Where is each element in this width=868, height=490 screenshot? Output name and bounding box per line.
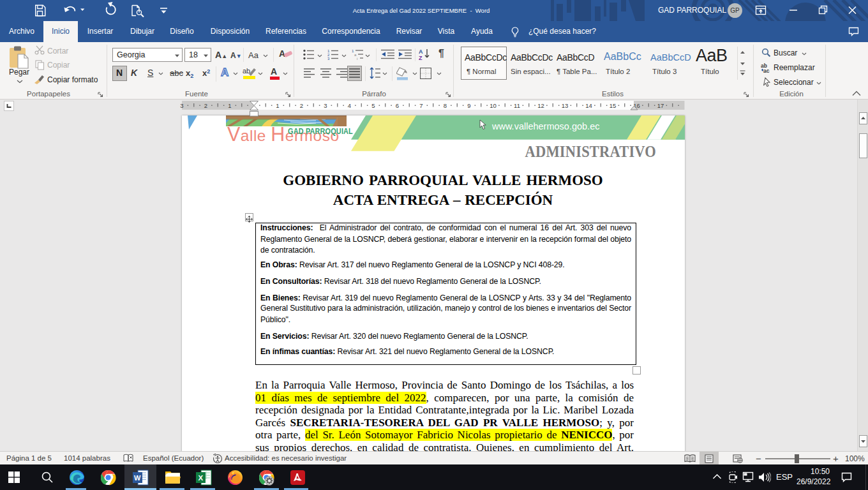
svg-text:1: 1 [276,101,279,108]
svg-text:17: 17 [657,101,664,108]
svg-text:A: A [419,48,423,55]
svg-text:ac: ac [763,68,770,73]
svg-text:9: 9 [467,101,470,108]
svg-text:12: 12 [537,101,544,108]
svg-text:10: 10 [490,101,497,108]
svg-text:X: X [198,474,203,482]
svg-text:Z: Z [419,55,423,61]
svg-text:3: 3 [327,57,330,60]
svg-text:11: 11 [514,101,520,108]
svg-text:W: W [134,474,141,482]
svg-text:3: 3 [180,101,183,108]
svg-text:2: 2 [204,101,207,108]
svg-text:1: 1 [228,101,231,108]
svg-text:14: 14 [585,101,592,108]
svg-text:5: 5 [371,101,375,108]
svg-text:i: i [357,57,357,60]
svg-text:6: 6 [396,101,399,108]
svg-text:8: 8 [444,101,447,108]
svg-text:4: 4 [348,101,351,108]
svg-text:13: 13 [562,101,569,108]
svg-text:15: 15 [610,101,617,108]
svg-text:2: 2 [300,101,303,108]
svg-text:7: 7 [419,101,423,108]
svg-text:3: 3 [324,101,327,108]
svg-text:ab: ab [243,67,250,75]
